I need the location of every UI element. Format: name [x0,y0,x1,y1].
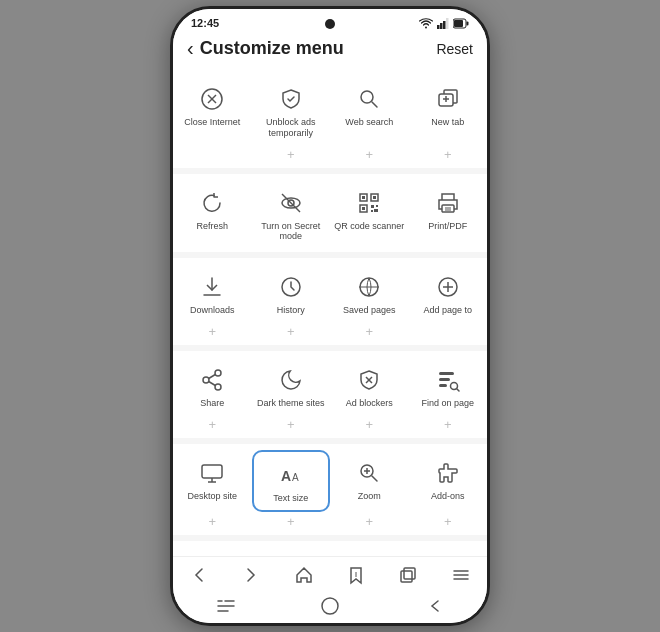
status-bar: 12:45 [173,9,487,31]
menu-item-secret-mode[interactable]: Turn on Secret mode [252,180,331,249]
menu-item-unblock-ads[interactable]: Unblock ads temporarily [252,76,331,145]
desktop-site-icon [197,458,227,488]
menu-item-zoom[interactable]: Zoom [330,450,409,512]
svg-rect-25 [371,205,374,208]
menu-item-dark-theme[interactable]: Dark theme sites [252,357,331,415]
section-5: Desktop site AA Text size Zoom [173,444,487,535]
qr-code-label: QR code scanner [334,221,404,232]
nav-tabs-button[interactable] [398,565,418,585]
plus-4-4: + [409,415,488,434]
menu-item-saved-pages[interactable]: Saved pages [330,264,409,322]
section-1: Close Internet Unblock ads temporarily W… [173,70,487,168]
svg-rect-6 [454,20,463,27]
menu-item-print-pdf[interactable]: Print/PDF [409,180,488,249]
reset-button[interactable]: Reset [436,41,473,57]
close-circle-icon [197,84,227,114]
menu-item-history[interactable]: History [252,264,331,322]
menu-item-qr-code[interactable]: QR code scanner [330,180,409,249]
plus-1 [173,145,252,164]
svg-line-51 [456,388,459,391]
search-icon [354,84,384,114]
menu-item-text-size[interactable]: AA Text size [252,450,331,512]
menu-item-ad-blockers[interactable]: Ad blockers [330,357,409,415]
nav-home-button[interactable] [294,565,314,585]
menu-item-add-page[interactable]: Add page to [409,264,488,322]
plus-5-2: + [252,512,331,531]
saved-pages-icon [354,272,384,302]
nav-bar [173,556,487,591]
system-nav-home[interactable] [321,597,339,615]
plus-4-3: + [330,415,409,434]
menu-item-refresh[interactable]: Refresh [173,180,252,249]
find-on-page-icon [433,365,463,395]
plus-5-1: + [173,512,252,531]
saved-pages-label: Saved pages [343,305,396,316]
new-tab-icon [433,84,463,114]
svg-line-58 [372,476,377,481]
print-icon [433,188,463,218]
content: Close Internet Unblock ads temporarily W… [173,70,487,556]
share-icon [197,365,227,395]
download-icon [197,272,227,302]
menu-item-addons[interactable]: Add-ons [409,450,488,512]
ad-blockers-label: Ad blockers [346,398,393,409]
unblock-ads-label: Unblock ads temporarily [256,117,327,139]
plus-2: + [252,145,331,164]
add-page-icon [433,272,463,302]
menu-item-translator[interactable]: A文 Translator [330,547,409,556]
svg-rect-1 [437,25,440,29]
dark-theme-icon [276,365,306,395]
menu-item-desktop-site[interactable]: Desktop site [173,450,252,512]
svg-rect-20 [362,196,365,199]
system-nav [173,591,487,623]
menu-item-new-tab[interactable]: New tab [409,76,488,145]
svg-point-11 [361,91,373,103]
svg-point-41 [203,377,209,383]
close-internet-label: Close Internet [184,117,240,128]
print-pdf-label: Print/PDF [428,221,467,232]
menu-item-settings[interactable]: Settings [252,547,331,556]
menu-item-downloads[interactable]: Downloads [173,264,252,322]
plus-row-3: + + + [173,322,487,341]
svg-rect-26 [376,205,378,207]
menu-grid-4: Share Dark theme sites Ad blockers [173,357,487,415]
nav-bookmark-button[interactable] [346,565,366,585]
wifi-icon [419,18,433,29]
menu-item-find-on-page[interactable]: Find on page [409,357,488,415]
svg-rect-68 [404,568,415,579]
svg-rect-28 [374,209,378,212]
svg-rect-2 [440,23,443,29]
downloads-label: Downloads [190,305,235,316]
shield-icon [276,84,306,114]
svg-line-18 [282,194,300,212]
plus-row-1: + + + [173,145,487,164]
menu-item-close-internet[interactable]: Close Internet [173,76,252,145]
menu-item-privacy[interactable]: Privacy [173,547,252,556]
refresh-icon [197,188,227,218]
nav-menu-button[interactable] [451,565,471,585]
share-label: Share [200,398,224,409]
section-3: Downloads History Saved pages [173,258,487,345]
nav-back-button[interactable] [189,565,209,585]
system-nav-lines[interactable] [216,599,236,613]
header-left: ‹ Customize menu [183,35,344,62]
nav-forward-button[interactable] [241,565,261,585]
translator-icon: A文 [354,555,384,556]
phone-frame: 12:45 [170,6,490,626]
svg-rect-27 [371,210,373,212]
menu-item-share[interactable]: Share [173,357,252,415]
plus-3-2: + [252,322,331,341]
plus-row-5: + + + + [173,512,487,531]
plus-3-4 [409,322,488,341]
menu-item-web-search[interactable]: Web search [330,76,409,145]
svg-rect-4 [446,18,449,29]
page-title: Customize menu [200,38,344,59]
system-nav-back[interactable] [424,599,444,613]
zoom-icon [354,458,384,488]
plus-4-2: + [252,415,331,434]
plus-3-1: + [173,322,252,341]
svg-text:A: A [281,468,291,484]
back-button[interactable]: ‹ [183,35,198,62]
section-2: Refresh Turn on Secret mode [173,174,487,253]
add-page-label: Add page to [423,305,472,316]
